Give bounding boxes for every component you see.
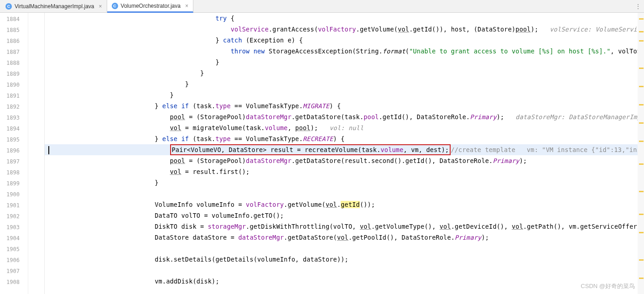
line-number[interactable]: 1888: [0, 58, 28, 68]
error-stripe[interactable]: [638, 13, 644, 294]
code-line[interactable]: disk.setDetails(getDetails(volumeInfo, d…: [45, 254, 644, 265]
stripe-mark[interactable]: [639, 31, 644, 32]
code-line[interactable]: } else if (task.type == VolumeTaskType.R…: [45, 133, 644, 144]
line-number[interactable]: 1892: [0, 101, 28, 112]
line-number[interactable]: 1894: [0, 123, 28, 134]
code-area[interactable]: try { volService.grantAccess(volFactory.…: [45, 13, 644, 294]
code-line[interactable]: vol = result.first();: [45, 166, 644, 177]
fold-gutter[interactable]: [28, 13, 45, 294]
line-number[interactable]: 1897: [0, 156, 28, 167]
stripe-mark[interactable]: [639, 122, 644, 124]
line-number[interactable]: 1896: [0, 145, 28, 156]
code-line[interactable]: pool = (StoragePool)dataStoreMgr.getData…: [45, 155, 644, 166]
tab-volumeorchestrator[interactable]: C VolumeOrchestrator.java ×: [107, 0, 193, 13]
code-line[interactable]: try {: [45, 13, 644, 24]
editor: 1884188518861887188818891890189118921893…: [0, 13, 644, 294]
code-line[interactable]: }: [45, 68, 644, 79]
code-line[interactable]: } catch (Exception e) {: [45, 35, 644, 46]
java-class-icon: C: [5, 3, 12, 10]
line-number[interactable]: 1884: [0, 14, 28, 25]
watermark-text: CSDN @好奇的菜鸟: [581, 282, 635, 290]
stripe-mark[interactable]: [639, 259, 644, 261]
close-icon[interactable]: ×: [99, 3, 102, 10]
code-line[interactable]: throw new StorageAccessException(String.…: [45, 46, 644, 57]
line-number[interactable]: 1908: [0, 277, 28, 288]
line-number[interactable]: 1885: [0, 25, 28, 36]
code-line[interactable]: }: [45, 79, 644, 89]
line-number[interactable]: 1904: [0, 233, 28, 244]
java-class-icon: C: [112, 3, 118, 9]
code-line[interactable]: DiskTO disk = storageMgr.getDiskWithThro…: [45, 221, 644, 232]
stripe-mark[interactable]: [639, 40, 644, 42]
line-number[interactable]: 1886: [0, 36, 28, 47]
code-line[interactable]: [45, 188, 644, 199]
more-menu-icon[interactable]: ⋮: [635, 3, 641, 10]
stripe-mark[interactable]: [639, 278, 644, 279]
code-line[interactable]: } else if (task.type == VolumeTaskType.M…: [45, 100, 644, 111]
tab-virtualmachinemanagerimpl[interactable]: C VirtualMachineManagerImpl.java ×: [1, 0, 107, 13]
code-line[interactable]: }: [45, 89, 644, 100]
code-line[interactable]: pool = (StoragePool)dataStoreMgr.getData…: [45, 111, 644, 122]
code-line[interactable]: [45, 243, 644, 254]
line-number[interactable]: 1902: [0, 211, 28, 222]
code-line-current[interactable]: Pair<VolumeVO, DataStore> result = recre…: [45, 144, 644, 155]
stripe-mark[interactable]: [639, 163, 644, 165]
code-line[interactable]: vol = migrateVolume(task.volume, pool); …: [45, 122, 644, 133]
highlight-box: Pair<VolumeVO, DataStore> result = recre…: [170, 144, 451, 155]
stripe-mark[interactable]: [639, 191, 644, 192]
code-line[interactable]: }: [45, 57, 644, 68]
line-number[interactable]: 1906: [0, 255, 28, 266]
line-number-gutter[interactable]: 1884188518861887188818891890189118921893…: [0, 13, 28, 294]
line-number[interactable]: 1907: [0, 266, 28, 277]
stripe-mark[interactable]: [639, 18, 644, 20]
stripe-mark[interactable]: [639, 86, 644, 87]
code-line[interactable]: volService.grantAccess(volFactory.getVol…: [45, 24, 644, 35]
code-line[interactable]: [45, 265, 644, 276]
tab-label: VolumeOrchestrator.java: [121, 3, 181, 9]
tab-label: VirtualMachineManagerImpl.java: [15, 3, 94, 10]
close-icon[interactable]: ×: [185, 3, 188, 9]
code-line[interactable]: DataStore dataStore = dataStoreMgr.getDa…: [45, 232, 644, 243]
line-number[interactable]: 1900: [0, 189, 28, 200]
code-line[interactable]: }: [45, 177, 644, 188]
line-number[interactable]: 1903: [0, 222, 28, 233]
stripe-mark[interactable]: [639, 104, 644, 105]
code-line[interactable]: vm.addDisk(disk);: [45, 276, 644, 287]
line-number[interactable]: 1889: [0, 68, 28, 79]
editor-tabs: C VirtualMachineManagerImpl.java × C Vol…: [0, 0, 644, 13]
line-number[interactable]: 1887: [0, 47, 28, 58]
line-number[interactable]: 1901: [0, 200, 28, 211]
stripe-mark[interactable]: [639, 141, 644, 142]
stripe-mark[interactable]: [639, 232, 644, 233]
code-line[interactable]: VolumeInfo volumeInfo = volFactory.getVo…: [45, 199, 644, 210]
line-number[interactable]: 1905: [0, 244, 28, 255]
code-line[interactable]: DataTO volTO = volumeInfo.getTO();: [45, 210, 644, 221]
line-number[interactable]: 1899: [0, 178, 28, 189]
line-number[interactable]: 1891: [0, 90, 28, 101]
line-number[interactable]: 1893: [0, 112, 28, 123]
line-number[interactable]: 1890: [0, 79, 28, 90]
stripe-mark[interactable]: [639, 214, 644, 215]
line-number[interactable]: 1898: [0, 167, 28, 178]
line-number[interactable]: 1895: [0, 134, 28, 145]
stripe-mark[interactable]: [639, 68, 644, 69]
